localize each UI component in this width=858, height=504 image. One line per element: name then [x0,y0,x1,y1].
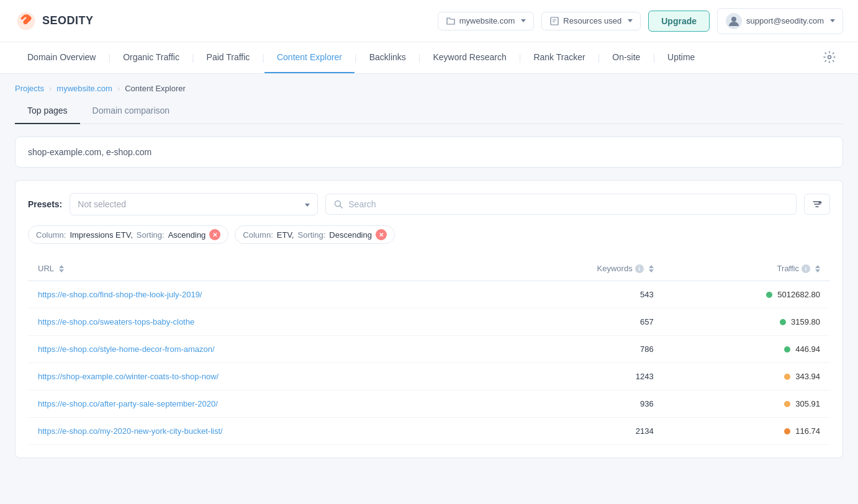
resources-button[interactable]: Resources used [541,12,641,30]
traffic-info-icon[interactable]: i [802,264,810,273]
filter-2-remove-button[interactable]: ✕ [376,229,387,240]
table-header-row: URL Keywords i [28,256,830,281]
traffic-value-container: 3159.80 [674,317,820,326]
traffic-cell: 305.91 [664,390,830,418]
traffic-cell: 5012682.80 [664,281,830,308]
keywords-cell: 543 [490,281,663,308]
traffic-value-container: 343.94 [674,372,820,381]
filter-1-remove-button[interactable]: ✕ [209,229,220,240]
breadcrumb: Projects › mywebsite.com › Content Explo… [0,74,858,98]
logo-icon [15,10,37,32]
presets-chevron-icon [302,199,310,209]
filters-section: Presets: Not selected [15,180,843,458]
nav-domain-overview[interactable]: Domain Overview [15,42,108,73]
main-nav: Domain Overview | Organic Traffic | Paid… [0,42,858,74]
header-right: mywebsite.com Resources used Upgrade sup… [438,8,843,34]
col-url-sorter[interactable]: URL [38,264,64,273]
nav-organic-traffic[interactable]: Organic Traffic [111,42,192,73]
nav-content-explorer[interactable]: Content Explorer [264,42,354,73]
table-row: https://e-shop.co/my-2020-new-york-city-… [28,418,830,445]
settings-button[interactable] [816,43,843,73]
traffic-value-container: 116.74 [674,426,820,436]
filter-tag-1: Column: Impressions ETV, Sorting: Ascend… [28,225,228,244]
breadcrumb-website[interactable]: mywebsite.com [56,84,112,93]
search-box[interactable] [325,194,797,215]
sort-arrow-down-t [815,269,820,272]
chevron-down-icon [521,19,526,22]
url-cell[interactable]: https://e-shop.co/find-shop-the-look-jul… [28,281,490,308]
url-cell[interactable]: https://e-shop.co/sweaters-tops-baby-clo… [28,308,490,336]
header: SEODITY mywebsite.com Resources used Upg… [0,0,858,42]
filters-row: Presets: Not selected [28,193,830,215]
active-filters: Column: Impressions ETV, Sorting: Ascend… [28,225,830,244]
nav-paid-traffic[interactable]: Paid Traffic [194,42,263,73]
upgrade-button[interactable]: Upgrade [648,11,710,32]
resources-icon [549,16,559,26]
sort-arrow-up-t [815,265,820,268]
domain-input-area[interactable]: shop-example.com, e-shop.com [15,137,843,168]
keywords-cell: 657 [490,308,663,336]
nav-rank-tracker[interactable]: Rank Tracker [521,42,597,73]
url-cell[interactable]: https://e-shop.co/style-home-decor-from-… [28,336,490,363]
breadcrumb-sep-2: › [117,84,120,93]
filter-1-sorting-value: Ascending [168,230,206,240]
data-table: URL Keywords i [28,256,830,445]
nav-backlinks[interactable]: Backlinks [357,42,418,73]
tab-top-pages[interactable]: Top pages [15,98,80,124]
sort-arrow-down-k [649,269,654,272]
traffic-value: 116.74 [795,426,820,436]
sort-button[interactable] [804,194,830,215]
nav-on-site[interactable]: On-site [600,42,653,73]
nav-uptime[interactable]: Uptime [655,42,707,73]
traffic-value: 446.94 [795,344,820,354]
url-cell[interactable]: https://e-shop.co/my-2020-new-york-city-… [28,418,490,445]
col-url-sort-indicator [59,265,64,272]
gear-icon [823,51,836,63]
col-url-label: URL [38,264,54,273]
traffic-cell: 116.74 [664,418,830,445]
col-traffic-sorter[interactable]: Traffic i [777,264,820,273]
col-traffic-sort-indicator [815,265,820,272]
url-cell[interactable]: https://shop-example.co/winter-coats-to-… [28,363,490,390]
keywords-cell: 936 [490,390,663,418]
presets-selector[interactable]: Not selected [70,193,318,215]
filter-2-sorting-value: Descending [329,230,372,240]
table-row: https://shop-example.co/winter-coats-to-… [28,363,830,390]
folder-icon [446,16,456,26]
col-traffic-label: Traffic [777,264,799,273]
user-chevron-icon [830,19,835,22]
filter-1-column-label: Column: [36,230,66,240]
filter-1-column-value: Impressions ETV, [70,230,132,240]
breadcrumb-projects[interactable]: Projects [15,84,44,93]
traffic-dot [784,374,790,380]
breadcrumb-current: Content Explorer [125,84,186,93]
traffic-cell: 343.94 [664,363,830,390]
search-icon [333,199,343,209]
table-body: https://e-shop.co/find-shop-the-look-jul… [28,281,830,445]
nav-keyword-research[interactable]: Keyword Research [420,42,518,73]
col-keywords: Keywords i [490,256,663,281]
filter-2-column-value: ETV, [277,230,294,240]
traffic-dot [784,346,790,353]
search-input[interactable] [348,199,788,209]
sort-icon [812,199,822,209]
sort-arrow-up-k [649,265,654,268]
keywords-info-icon[interactable]: i [635,264,644,273]
filter-2-column-label: Column: [243,230,273,240]
col-keywords-sorter[interactable]: Keywords i [597,264,654,273]
filter-tag-2: Column: ETV, Sorting: Descending ✕ [235,225,395,244]
user-email: support@seodity.com [746,16,824,25]
traffic-dot [780,319,786,325]
user-menu[interactable]: support@seodity.com [717,8,843,34]
tab-domain-comparison[interactable]: Domain comparison [80,98,183,124]
sort-arrow-up [59,265,64,268]
traffic-value: 3159.80 [791,317,820,326]
table-row: https://e-shop.co/find-shop-the-look-jul… [28,281,830,308]
traffic-value: 305.91 [795,399,820,408]
website-label: mywebsite.com [459,16,515,25]
traffic-value-container: 305.91 [674,399,820,408]
website-selector[interactable]: mywebsite.com [438,12,535,30]
presets-label: Presets: [28,199,62,209]
url-cell[interactable]: https://e-shop.co/after-party-sale-septe… [28,390,490,418]
filter-1-sorting-label: Sorting: [137,230,165,240]
